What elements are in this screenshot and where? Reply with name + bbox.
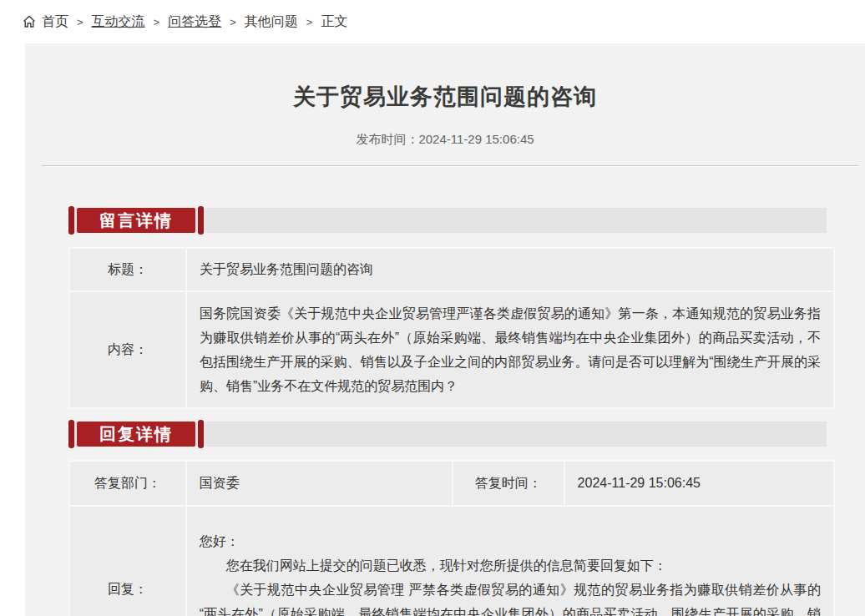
publish-time: 发布时间：2024-11-29 15:06:45 (25, 132, 865, 148)
message-content-label: 内容： (69, 291, 186, 408)
badge-right-edge (198, 420, 204, 448)
badge-left-edge (68, 420, 74, 448)
reply-time-label: 答复时间： (453, 461, 564, 506)
message-title-value: 关于贸易业务范围问题的咨询 (186, 248, 834, 291)
message-section-badge: 留言详情 (68, 206, 204, 235)
message-section-header: 留言详情 (68, 206, 835, 235)
message-title-label: 标题： (69, 248, 186, 291)
reply-dept-value: 国资委 (186, 461, 453, 506)
content-panel: 关于贸易业务范围问题的咨询 发布时间：2024-11-29 15:06:45 留… (25, 43, 865, 616)
page-title: 关于贸易业务范围问题的咨询 (25, 43, 865, 112)
reply-paragraph: 《关于规范中央企业贸易管理 严禁各类虚假贸易的通知》规范的贸易业务指为赚取供销差… (200, 578, 821, 616)
breadcrumb-item-qa[interactable]: 问答选登 (168, 13, 221, 31)
table-row: 内容： 国务院国资委《关于规范中央企业贸易管理严谨各类虚假贸易的通知》第一条，本… (69, 291, 834, 408)
table-row: 回复： 您好： 您在我们网站上提交的问题已收悉，现针对您所提供的信息简要回复如下… (69, 506, 834, 616)
message-section-title: 留言详情 (77, 208, 195, 233)
breadcrumb: 首页 > 互动交流 > 问答选登 > 其他问题 > 正文 (0, 0, 865, 43)
table-row: 答复部门： 国资委 答复时间： 2024-11-29 15:06:45 (69, 461, 834, 506)
reply-section-header: 回复详情 (68, 420, 835, 448)
breadcrumb-item-interaction[interactable]: 互动交流 (92, 13, 145, 31)
reply-detail-table: 答复部门： 国资委 答复时间： 2024-11-29 15:06:45 回复： … (68, 460, 835, 616)
reply-section-title: 回复详情 (77, 422, 195, 447)
reply-dept-label: 答复部门： (69, 461, 186, 506)
reply-time-value: 2024-11-29 15:06:45 (564, 461, 834, 506)
breadcrumb-item-current: 正文 (321, 13, 347, 31)
breadcrumb-separator: > (230, 16, 236, 28)
divider (42, 165, 858, 167)
badge-left-edge (68, 206, 74, 235)
message-content-text: 国务院国资委《关于规范中央企业贸易管理严谨各类虚假贸易的通知》第一条，本通知规范… (200, 301, 821, 398)
message-detail-table: 标题： 关于贸易业务范围问题的咨询 内容： 国务院国资委《关于规范中央企业贸易管… (68, 247, 835, 409)
breadcrumb-separator: > (77, 16, 83, 28)
breadcrumb-item-other[interactable]: 其他问题 (245, 13, 298, 31)
reply-content-value: 您好： 您在我们网站上提交的问题已收悉，现针对您所提供的信息简要回复如下： 《关… (186, 506, 834, 616)
home-icon[interactable] (23, 15, 36, 28)
reply-paragraph: 您在我们网站上提交的问题已收悉，现针对您所提供的信息简要回复如下： (200, 553, 821, 578)
reply-content-label: 回复： (69, 506, 186, 616)
message-content-value: 国务院国资委《关于规范中央企业贸易管理严谨各类虚假贸易的通知》第一条，本通知规范… (186, 291, 834, 408)
breadcrumb-separator: > (154, 16, 160, 28)
reply-paragraph: 您好： (200, 529, 821, 553)
breadcrumb-separator: > (306, 16, 313, 28)
badge-right-edge (198, 206, 204, 235)
publish-time-value: 2024-11-29 15:06:45 (418, 132, 534, 146)
reply-section-badge: 回复详情 (68, 420, 204, 448)
breadcrumb-home[interactable]: 首页 (42, 13, 68, 31)
table-row: 标题： 关于贸易业务范围问题的咨询 (69, 248, 834, 291)
publish-time-label: 发布时间： (356, 132, 418, 146)
